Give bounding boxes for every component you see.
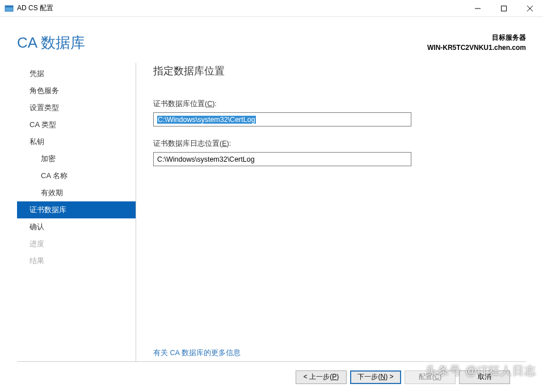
- window-title: AD CS 配置: [17, 3, 465, 13]
- sidebar-item-0[interactable]: 凭据: [17, 65, 136, 82]
- sidebar-item-9[interactable]: 确认: [17, 218, 136, 235]
- next-button[interactable]: 下一步(N) >: [350, 370, 401, 384]
- sidebar-item-3[interactable]: CA 类型: [17, 116, 136, 133]
- page-title: CA 数据库: [17, 33, 427, 53]
- footer: < 上一步(P) 下一步(N) > 配置(C) 取消: [17, 361, 526, 392]
- content-pane: 指定数据库位置 证书数据库位置(C): C:\Windows\system32\…: [136, 63, 526, 361]
- sidebar-item-2[interactable]: 设置类型: [17, 99, 136, 116]
- maximize-button[interactable]: [491, 0, 517, 17]
- target-server-value: WIN-KR5TC2VNKU1.chen.com: [427, 44, 526, 52]
- content: CA 数据库 目标服务器 WIN-KR5TC2VNKU1.chen.com 凭据…: [0, 17, 543, 392]
- sidebar-item-5[interactable]: 加密: [17, 150, 136, 167]
- log-location-input[interactable]: [153, 152, 411, 166]
- sidebar-item-10: 进度: [17, 235, 136, 252]
- sidebar-item-4[interactable]: 私钥: [17, 133, 136, 150]
- cancel-button[interactable]: 取消: [459, 370, 510, 384]
- svg-rect-1: [5, 6, 13, 7]
- db-location-input[interactable]: C:\Windows\system32\CertLog: [153, 112, 411, 127]
- sidebar-item-1[interactable]: 角色服务: [17, 82, 136, 99]
- sidebar-item-8[interactable]: 证书数据库: [17, 201, 136, 218]
- main-area: 凭据角色服务设置类型CA 类型私钥加密CA 名称有效期证书数据库确认进度结果 指…: [0, 63, 543, 361]
- svg-rect-3: [502, 6, 507, 11]
- target-server-label: 目标服务器: [427, 33, 526, 43]
- titlebar: AD CS 配置: [0, 0, 543, 17]
- sidebar-item-7[interactable]: 有效期: [17, 184, 136, 201]
- prev-button[interactable]: < 上一步(P): [296, 370, 347, 384]
- sidebar: 凭据角色服务设置类型CA 类型私钥加密CA 名称有效期证书数据库确认进度结果: [17, 63, 136, 361]
- log-location-group: 证书数据库日志位置(E):: [153, 139, 526, 166]
- more-info-link[interactable]: 有关 CA 数据库的更多信息: [153, 348, 526, 358]
- db-location-label: 证书数据库位置(C):: [153, 99, 526, 109]
- close-button[interactable]: [517, 0, 543, 17]
- app-icon: [5, 4, 14, 13]
- db-location-group: 证书数据库位置(C): C:\Windows\system32\CertLog: [153, 99, 526, 127]
- log-location-label: 证书数据库日志位置(E):: [153, 139, 526, 149]
- configure-button: 配置(C): [405, 370, 456, 384]
- minimize-button[interactable]: [465, 0, 491, 17]
- pane-title: 指定数据库位置: [153, 64, 526, 78]
- target-server: 目标服务器 WIN-KR5TC2VNKU1.chen.com: [427, 33, 526, 52]
- header: CA 数据库 目标服务器 WIN-KR5TC2VNKU1.chen.com: [0, 17, 543, 63]
- sidebar-item-6[interactable]: CA 名称: [17, 167, 136, 184]
- window-controls: [465, 0, 543, 16]
- sidebar-item-11: 结果: [17, 252, 136, 269]
